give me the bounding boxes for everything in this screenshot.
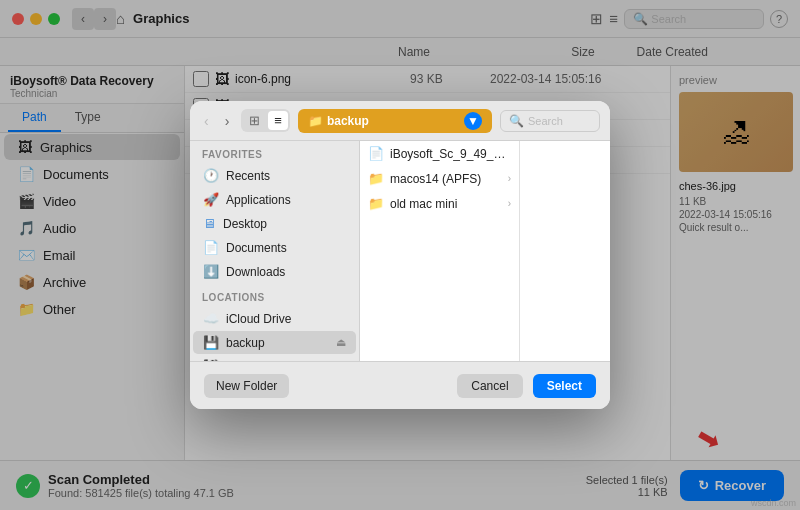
dialog-sidebar: Favorites🕐Recents🚀Applications🖥Desktop📄D… bbox=[190, 141, 360, 361]
dialog-sidebar-items: Favorites🕐Recents🚀Applications🖥Desktop📄D… bbox=[190, 141, 359, 361]
loc-icon: 💾 bbox=[203, 359, 219, 361]
fav-label: Documents bbox=[226, 241, 346, 255]
dialog-file-name: macos14 (APFS) bbox=[390, 172, 502, 186]
loc-label: backup bbox=[226, 336, 329, 350]
eject-icon[interactable]: ⏏ bbox=[336, 360, 346, 361]
dialog-overlay: ‹ › ⊞ ≡ 📁 backup ▼ 🔍 Search bbox=[0, 0, 800, 510]
dialog-forward-button[interactable]: › bbox=[221, 111, 234, 131]
dialog-back-button[interactable]: ‹ bbox=[200, 111, 213, 131]
dialog-fav-item[interactable]: 🕐Recents bbox=[193, 164, 356, 187]
dialog-fav-item[interactable]: 🚀Applications bbox=[193, 188, 356, 211]
loc-label: iCloud Drive bbox=[226, 312, 346, 326]
dialog-icon-view-button[interactable]: ⊞ bbox=[243, 111, 266, 130]
favorites-label: Favorites bbox=[190, 141, 359, 163]
dialog-footer: New Folder Cancel Select bbox=[190, 361, 610, 409]
fav-label: Desktop bbox=[223, 217, 346, 231]
dialog-fav-item[interactable]: 📄Documents bbox=[193, 236, 356, 259]
dialog-file-name: iBoysoft_Sc_9_49_34.ibsr bbox=[390, 147, 511, 161]
dialog-location-bar[interactable]: 📁 backup ▼ bbox=[298, 109, 492, 133]
dialog-view-buttons: ⊞ ≡ bbox=[241, 109, 290, 132]
loc-label: YouTube channel ba... bbox=[226, 360, 329, 362]
dialog-search-placeholder: Search bbox=[528, 115, 563, 127]
file-type-icon: 📁 bbox=[368, 171, 384, 186]
dialog-file-item[interactable]: 📄iBoysoft_Sc_9_49_34.ibsr bbox=[360, 141, 519, 166]
eject-icon[interactable]: ⏏ bbox=[336, 336, 346, 349]
location-arrow-button[interactable]: ▼ bbox=[464, 112, 482, 130]
dialog-toolbar: ‹ › ⊞ ≡ 📁 backup ▼ 🔍 Search bbox=[190, 101, 610, 141]
locations-label: Locations bbox=[190, 284, 359, 306]
loc-icon: ☁️ bbox=[203, 311, 219, 326]
fav-icon: ⬇️ bbox=[203, 264, 219, 279]
cancel-button[interactable]: Cancel bbox=[457, 374, 522, 398]
location-folder-icon: 📁 bbox=[308, 114, 323, 128]
dialog-file-item[interactable]: 📁old mac mini› bbox=[360, 191, 519, 216]
dialog-body: Favorites🕐Recents🚀Applications🖥Desktop📄D… bbox=[190, 141, 610, 361]
fav-icon: 🖥 bbox=[203, 216, 216, 231]
dialog-file-name: old mac mini bbox=[390, 197, 502, 211]
loc-icon: 💾 bbox=[203, 335, 219, 350]
fav-icon: 🚀 bbox=[203, 192, 219, 207]
dialog-files: 📄iBoysoft_Sc_9_49_34.ibsr📁macos14 (APFS)… bbox=[360, 141, 610, 361]
app-window: ‹ › ⌂ Graphics ⊞ ≡ 🔍 Search ? Name Size … bbox=[0, 0, 800, 510]
dialog-loc-item[interactable]: ☁️iCloud Drive bbox=[193, 307, 356, 330]
dialog-file-item[interactable]: 📁macos14 (APFS)› bbox=[360, 166, 519, 191]
chevron-right-icon: › bbox=[508, 173, 511, 184]
location-name: backup bbox=[327, 114, 369, 128]
dialog-list-view-button[interactable]: ≡ bbox=[268, 111, 288, 130]
select-button[interactable]: Select bbox=[533, 374, 596, 398]
dialog-column-2 bbox=[520, 141, 610, 361]
dialog-fav-item[interactable]: ⬇️Downloads bbox=[193, 260, 356, 283]
fav-label: Applications bbox=[226, 193, 346, 207]
file-dialog: ‹ › ⊞ ≡ 📁 backup ▼ 🔍 Search bbox=[190, 101, 610, 409]
file-type-icon: 📄 bbox=[368, 146, 384, 161]
fav-icon: 📄 bbox=[203, 240, 219, 255]
new-folder-button[interactable]: New Folder bbox=[204, 374, 289, 398]
dialog-loc-item[interactable]: 💾backup⏏ bbox=[193, 331, 356, 354]
dialog-loc-item[interactable]: 💾YouTube channel ba...⏏ bbox=[193, 355, 356, 361]
fav-icon: 🕐 bbox=[203, 168, 219, 183]
dialog-fav-item[interactable]: 🖥Desktop bbox=[193, 212, 356, 235]
chevron-right-icon: › bbox=[508, 198, 511, 209]
dialog-column-1: 📄iBoysoft_Sc_9_49_34.ibsr📁macos14 (APFS)… bbox=[360, 141, 520, 361]
fav-label: Recents bbox=[226, 169, 346, 183]
dialog-search-bar[interactable]: 🔍 Search bbox=[500, 110, 600, 132]
fav-label: Downloads bbox=[226, 265, 346, 279]
dialog-search-icon: 🔍 bbox=[509, 114, 524, 128]
file-type-icon: 📁 bbox=[368, 196, 384, 211]
